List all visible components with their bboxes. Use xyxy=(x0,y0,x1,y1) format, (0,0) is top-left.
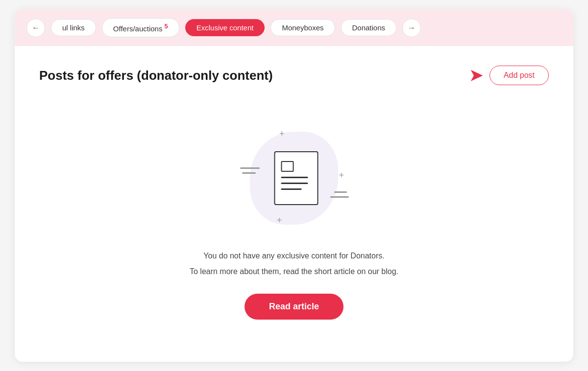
tab-bar: ← ul links Offers/auctions5 Exclusive co… xyxy=(15,9,573,46)
next-tab-button[interactable]: → xyxy=(402,19,421,37)
doc-line-2 xyxy=(281,183,308,184)
empty-text-secondary: To learn more about them, read the short… xyxy=(190,267,398,276)
deco-line-1 xyxy=(240,167,260,169)
deco-line-3 xyxy=(330,196,349,198)
arrow-right-icon: ➤ xyxy=(469,68,483,83)
empty-text-primary: You do not have any exclusive content fo… xyxy=(203,252,384,260)
offers-badge: 5 xyxy=(164,23,168,30)
tab-donations[interactable]: Donations xyxy=(341,19,397,36)
plus-icon-midright: + xyxy=(339,171,344,180)
page-header: Posts for offers (donator-only content) … xyxy=(39,66,549,85)
tab-moneyboxes[interactable]: Moneyboxes xyxy=(270,19,335,36)
prev-tab-button[interactable]: ← xyxy=(26,19,45,37)
doc-line-1 xyxy=(281,177,308,178)
header-actions: ➤ Add post xyxy=(469,66,549,85)
doc-box xyxy=(281,161,294,172)
plus-icon-topleft: + xyxy=(279,129,285,138)
doc-line-3 xyxy=(281,188,302,190)
plus-icon-bottomleft: + xyxy=(277,216,282,225)
doc-icon xyxy=(274,151,318,205)
tab-offers-auctions[interactable]: Offers/auctions5 xyxy=(102,18,179,37)
read-article-button[interactable]: Read article xyxy=(245,294,343,320)
deco-line-2 xyxy=(242,172,256,174)
main-card: ← ul links Offers/auctions5 Exclusive co… xyxy=(15,9,573,362)
empty-state: + + + You do not have any exclusive cont… xyxy=(39,110,549,339)
add-post-button[interactable]: Add post xyxy=(490,66,549,85)
tab-useful-links[interactable]: ul links xyxy=(51,19,96,36)
tab-exclusive-content[interactable]: Exclusive content xyxy=(185,19,265,36)
empty-illustration: + + + xyxy=(230,119,358,237)
deco-line-4 xyxy=(334,191,347,193)
main-content: Posts for offers (donator-only content) … xyxy=(15,46,573,359)
page-title: Posts for offers (donator-only content) xyxy=(39,68,273,83)
